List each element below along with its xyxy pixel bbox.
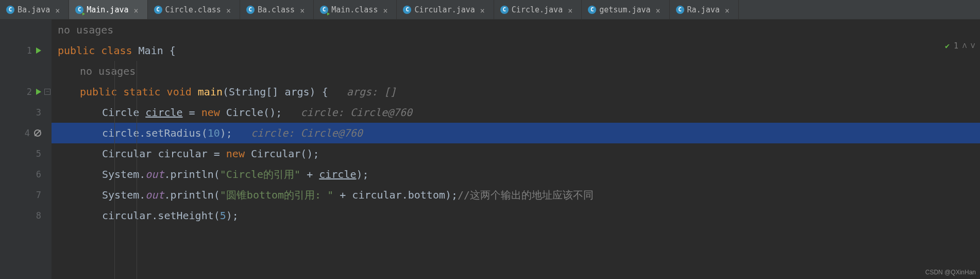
close-icon[interactable]: × bbox=[656, 6, 663, 13]
java-class-icon: C bbox=[676, 6, 684, 14]
tab-label: Main.class bbox=[331, 5, 378, 14]
close-icon[interactable]: × bbox=[300, 6, 307, 13]
close-icon[interactable]: × bbox=[383, 6, 390, 13]
tab-circle-java[interactable]: C Circle.java × bbox=[494, 0, 582, 19]
tab-getsum-java[interactable]: C getsum.java × bbox=[582, 0, 669, 19]
tab-label: Ba.class bbox=[258, 5, 295, 14]
java-runnable-icon: C bbox=[320, 6, 328, 14]
inspection-count: 1 bbox=[954, 41, 958, 51]
tab-label: Circle.java bbox=[512, 5, 563, 14]
tab-label: Circle.class bbox=[165, 5, 221, 14]
code-line-4-current[interactable]: circle.setRadius(10); circle: Circle@760 bbox=[52, 123, 980, 143]
code-line-2[interactable]: public static void main(String[] args) {… bbox=[52, 81, 980, 102]
close-icon[interactable]: × bbox=[55, 6, 62, 13]
code-line-8[interactable]: circular.setHeight(5); bbox=[52, 205, 980, 226]
tab-ba-class[interactable]: C Ba.class × bbox=[240, 0, 314, 19]
tab-label: Main.java bbox=[87, 5, 128, 14]
close-icon[interactable]: × bbox=[226, 6, 233, 13]
chevron-down-icon[interactable]: ᐯ bbox=[971, 42, 975, 50]
fold-icon[interactable]: − bbox=[44, 89, 50, 95]
tab-ra-java[interactable]: C Ra.java × bbox=[670, 0, 739, 19]
code-area[interactable]: no usages public class Main { no usages … bbox=[52, 20, 980, 279]
run-gutter-icon[interactable] bbox=[36, 89, 41, 95]
tab-label: Circular.java bbox=[414, 5, 475, 14]
editor-area: 1 2 − 3 4 5 6 7 8 no usages bbox=[0, 20, 980, 279]
code-line-1[interactable]: public class Main { bbox=[52, 40, 980, 61]
close-icon[interactable]: × bbox=[725, 6, 732, 13]
chevron-up-icon[interactable]: ᐱ bbox=[962, 42, 967, 50]
gutter-line-8[interactable]: 8 bbox=[0, 205, 52, 226]
close-icon[interactable]: × bbox=[480, 6, 487, 13]
watermark: CSDN @QXinHan bbox=[925, 269, 976, 276]
code-line-5[interactable]: Circular circular = new Circular(); bbox=[52, 143, 980, 164]
gutter-line-6[interactable]: 6 bbox=[0, 164, 52, 185]
usages-hint[interactable]: no usages bbox=[52, 20, 980, 40]
editor-tabs: C Ba.java × C Main.java × C Circle.class… bbox=[0, 0, 980, 20]
close-icon[interactable]: × bbox=[568, 6, 575, 13]
gutter-line-1[interactable]: 1 bbox=[0, 40, 52, 61]
java-class-icon: C bbox=[154, 6, 162, 14]
gutter-line-2[interactable]: 2 − bbox=[0, 81, 52, 102]
inspection-widget[interactable]: ✔ 1 ᐱ ᐯ bbox=[945, 41, 975, 51]
breakpoint-disabled-icon[interactable] bbox=[34, 129, 41, 137]
tab-label: Ba.java bbox=[18, 5, 50, 14]
check-icon: ✔ bbox=[945, 41, 950, 51]
indent-guide bbox=[137, 61, 137, 279]
run-gutter-icon[interactable] bbox=[36, 47, 41, 54]
java-runnable-icon: C bbox=[75, 6, 83, 14]
close-icon[interactable]: × bbox=[134, 6, 141, 13]
gutter: 1 2 − 3 4 5 6 7 8 bbox=[0, 20, 52, 279]
tab-main-java[interactable]: C Main.java × bbox=[69, 0, 147, 19]
tab-label: Ra.java bbox=[687, 5, 720, 14]
tab-ba-java[interactable]: C Ba.java × bbox=[0, 0, 69, 19]
gutter-line-3[interactable]: 3 bbox=[0, 102, 52, 123]
gutter-line-5[interactable]: 5 bbox=[0, 143, 52, 164]
indent-guide bbox=[114, 61, 115, 279]
code-line-3[interactable]: Circle circle = new Circle(); circle: Ci… bbox=[52, 102, 980, 123]
gutter-line-4[interactable]: 4 bbox=[0, 123, 52, 143]
tab-main-class[interactable]: C Main.class × bbox=[314, 0, 397, 19]
tab-circle-class[interactable]: C Circle.class × bbox=[148, 0, 240, 19]
usages-hint[interactable]: no usages bbox=[52, 61, 980, 81]
java-class-icon: C bbox=[246, 6, 255, 14]
tab-label: getsum.java bbox=[599, 5, 650, 14]
code-line-7[interactable]: System.out.println("圆锥bottom的引用: " + cir… bbox=[52, 185, 980, 205]
java-class-icon: C bbox=[588, 6, 596, 14]
java-class-icon: C bbox=[403, 6, 411, 14]
java-class-icon: C bbox=[500, 6, 509, 14]
java-class-icon: C bbox=[6, 6, 14, 14]
tab-circular-java[interactable]: C Circular.java × bbox=[397, 0, 494, 19]
code-line-6[interactable]: System.out.println("Circle的引用" + circle)… bbox=[52, 164, 980, 185]
gutter-line-7[interactable]: 7 bbox=[0, 185, 52, 205]
